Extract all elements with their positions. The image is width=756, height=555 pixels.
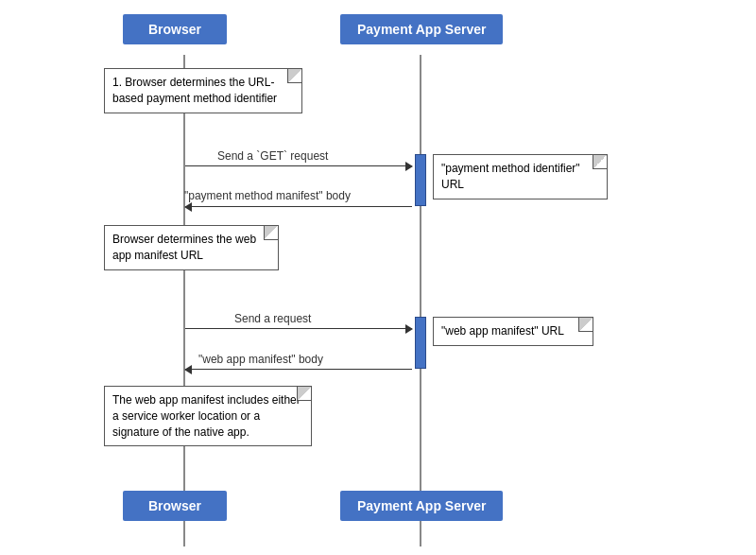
server-header-label: Payment App Server <box>357 22 486 37</box>
arrowhead-send-request <box>405 324 413 334</box>
note-webapp-manifest-url-text: Browser determines the web app manifest … <box>112 233 256 262</box>
sequence-diagram: Browser Payment App Server 1. Browser de… <box>0 0 756 555</box>
arrowhead-webapp-body <box>184 365 192 374</box>
note-webapp-manifest-url: Browser determines the web app manifest … <box>104 225 279 270</box>
arrow-send-request-label: Send a request <box>234 312 311 325</box>
note-url-payment-text: 1. Browser determines the URL-based paym… <box>112 76 277 105</box>
note-payment-id-url: "payment method identifier" URL <box>433 154 608 199</box>
note-url-payment: 1. Browser determines the URL-based paym… <box>104 68 302 113</box>
browser-header-box: Browser <box>123 14 227 44</box>
arrow-get-request <box>185 165 412 166</box>
activation-bar-2 <box>415 317 426 369</box>
activation-bar-1 <box>415 154 426 206</box>
arrow-manifest-body <box>185 206 412 207</box>
server-footer-box: Payment App Server <box>340 491 503 521</box>
arrow-manifest-body-label: "payment method manifest" body <box>184 189 351 202</box>
note-webapp-manifest-info: The web app manifest includes either a s… <box>104 386 312 446</box>
arrowhead-manifest-body <box>184 202 192 212</box>
server-lifeline <box>420 55 421 546</box>
note-webapp-url: "web app manifest" URL <box>433 317 593 346</box>
browser-footer-box: Browser <box>123 491 227 521</box>
browser-lifeline <box>183 55 185 546</box>
note-webapp-url-text: "web app manifest" URL <box>441 324 564 338</box>
arrow-webapp-body <box>185 369 412 370</box>
arrow-get-request-label: Send a `GET` request <box>217 149 328 163</box>
browser-header-label: Browser <box>148 22 201 37</box>
note-webapp-manifest-info-text: The web app manifest includes either a s… <box>112 393 301 439</box>
note-payment-id-url-text: "payment method identifier" URL <box>441 162 580 191</box>
arrowhead-get-request <box>405 162 413 171</box>
arrow-webapp-body-label: "web app manifest" body <box>198 353 323 366</box>
server-header-box: Payment App Server <box>340 14 503 44</box>
server-footer-label: Payment App Server <box>357 498 486 513</box>
arrow-send-request <box>185 328 412 329</box>
browser-footer-label: Browser <box>148 498 201 513</box>
